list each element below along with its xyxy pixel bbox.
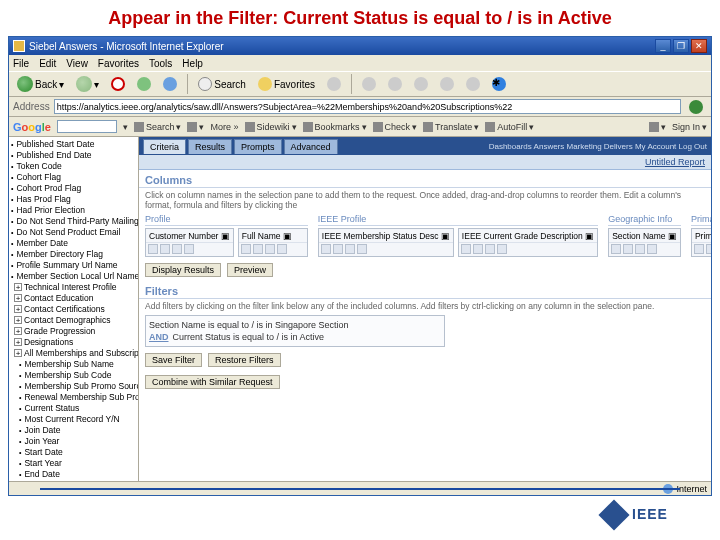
tree-field[interactable]: Member Directory Flag bbox=[11, 249, 136, 260]
menu-help[interactable]: Help bbox=[182, 58, 203, 69]
tab-advanced[interactable]: Advanced bbox=[284, 139, 338, 154]
column-action-icon[interactable] bbox=[277, 244, 287, 254]
display-results-button[interactable]: Display Results bbox=[145, 263, 221, 277]
history-button[interactable] bbox=[323, 75, 345, 93]
tree-folder[interactable]: +Contact Demographics bbox=[11, 315, 136, 326]
filter-and-operator[interactable]: AND bbox=[149, 332, 169, 342]
top-nav-links[interactable]: Dashboards Answers Marketing Delivers My… bbox=[489, 142, 707, 151]
tab-criteria[interactable]: Criteria bbox=[143, 139, 186, 154]
save-filter-button[interactable]: Save Filter bbox=[145, 353, 202, 367]
filter-line-2[interactable]: ANDCurrent Status is equal to / is in Ac… bbox=[149, 331, 441, 343]
column-action-icon[interactable] bbox=[253, 244, 263, 254]
column-action-icon[interactable] bbox=[172, 244, 182, 254]
column-action-icon[interactable] bbox=[611, 244, 621, 254]
window-maximize-button[interactable]: ❐ bbox=[673, 39, 689, 53]
tree-field[interactable]: Join Date bbox=[11, 425, 136, 436]
menu-favorites[interactable]: Favorites bbox=[98, 58, 139, 69]
column-item[interactable]: IEEE Membership Status Desc ▣ bbox=[318, 228, 454, 257]
column-action-icon[interactable] bbox=[485, 244, 495, 254]
tree-field[interactable]: Profile Summary Url Name bbox=[11, 260, 136, 271]
google-autofill-item[interactable]: AutoFill▾ bbox=[485, 122, 534, 132]
tree-field[interactable]: Membership Sub Code bbox=[11, 370, 136, 381]
stop-button[interactable] bbox=[107, 75, 129, 93]
tree-field[interactable]: Cohort Flag bbox=[11, 172, 136, 183]
tree-field[interactable]: Published End Date bbox=[11, 150, 136, 161]
tree-field[interactable]: Membership Sub Name bbox=[11, 359, 136, 370]
home-button[interactable] bbox=[159, 75, 181, 93]
column-action-icon[interactable] bbox=[357, 244, 367, 254]
tree-field[interactable]: Start Date bbox=[11, 447, 136, 458]
column-action-icon[interactable] bbox=[473, 244, 483, 254]
google-settings-item[interactable]: ▾ bbox=[649, 122, 666, 132]
tree-field[interactable]: Renewal Membership Sub Product Code bbox=[11, 392, 136, 403]
column-action-icon[interactable] bbox=[333, 244, 343, 254]
google-check-item[interactable]: Check▾ bbox=[373, 122, 418, 132]
forward-button[interactable]: ▾ bbox=[72, 74, 103, 94]
column-action-icon[interactable] bbox=[265, 244, 275, 254]
column-action-icon[interactable] bbox=[241, 244, 251, 254]
tree-folder[interactable]: +All Memberships and Subscriptions bbox=[11, 348, 136, 359]
go-button[interactable] bbox=[685, 98, 707, 116]
tree-folder[interactable]: +Grade Progression bbox=[11, 326, 136, 337]
messenger-button[interactable] bbox=[436, 75, 458, 93]
tree-field[interactable]: End Date bbox=[11, 469, 136, 480]
preview-button[interactable]: Preview bbox=[227, 263, 273, 277]
tree-field[interactable]: Start Year bbox=[11, 458, 136, 469]
menu-tools[interactable]: Tools bbox=[149, 58, 172, 69]
menu-edit[interactable]: Edit bbox=[39, 58, 56, 69]
tree-field[interactable]: Cohort Prod Flag bbox=[11, 183, 136, 194]
tree-field[interactable]: Token Code bbox=[11, 161, 136, 172]
window-close-button[interactable]: ✕ bbox=[691, 39, 707, 53]
column-action-icon[interactable] bbox=[497, 244, 507, 254]
menu-file[interactable]: File bbox=[13, 58, 29, 69]
tree-field[interactable]: Membership Sub Promo Source bbox=[11, 381, 136, 392]
column-item[interactable]: IEEE Current Grade Description ▣ bbox=[458, 228, 598, 257]
tree-field[interactable]: Member Section Local Url Name bbox=[11, 271, 136, 282]
column-action-icon[interactable] bbox=[184, 244, 194, 254]
column-action-icon[interactable] bbox=[706, 244, 711, 254]
google-search-input[interactable] bbox=[57, 120, 117, 133]
column-action-icon[interactable] bbox=[694, 244, 704, 254]
mail-button[interactable] bbox=[358, 75, 380, 93]
search-button[interactable]: Search bbox=[194, 75, 250, 93]
tree-field[interactable]: Do Not Send Third-Party Mailing Flag bbox=[11, 216, 136, 227]
google-bookmarks-item[interactable]: Bookmarks▾ bbox=[303, 122, 367, 132]
tree-field[interactable]: Has Prod Flag bbox=[11, 194, 136, 205]
tree-folder[interactable]: +Technical Interest Profile bbox=[11, 282, 136, 293]
edit-button[interactable] bbox=[410, 75, 432, 93]
column-item[interactable]: Full Name ▣ bbox=[238, 228, 308, 257]
back-button[interactable]: Back▾ bbox=[13, 74, 68, 94]
google-translate-item[interactable]: Translate▾ bbox=[423, 122, 479, 132]
favorites-button[interactable]: Favorites bbox=[254, 75, 319, 93]
tree-folder[interactable]: +Contact Education bbox=[11, 293, 136, 304]
column-action-icon[interactable] bbox=[623, 244, 633, 254]
google-signin-item[interactable]: Sign In▾ bbox=[672, 122, 707, 132]
print-button[interactable] bbox=[384, 75, 406, 93]
restore-filters-button[interactable]: Restore Filters bbox=[208, 353, 281, 367]
tab-results[interactable]: Results bbox=[188, 139, 232, 154]
tab-prompts[interactable]: Prompts bbox=[234, 139, 282, 154]
menu-view[interactable]: View bbox=[66, 58, 88, 69]
bluetooth-button[interactable]: ✱ bbox=[488, 75, 510, 93]
tree-field[interactable]: Current Status bbox=[11, 403, 136, 414]
column-action-icon[interactable] bbox=[461, 244, 471, 254]
tree-field[interactable]: Do Not Send Product Email bbox=[11, 227, 136, 238]
column-action-icon[interactable] bbox=[647, 244, 657, 254]
column-item[interactable]: Section Name ▣ bbox=[608, 228, 681, 257]
tree-field[interactable]: Had Prior Election bbox=[11, 205, 136, 216]
filter-line-1[interactable]: Section Name is equal to / is in Singapo… bbox=[149, 319, 441, 331]
address-input[interactable] bbox=[54, 99, 681, 114]
refresh-button[interactable] bbox=[133, 75, 155, 93]
column-item[interactable]: Primary Company Or Affil ▣ bbox=[691, 228, 711, 257]
google-logo[interactable]: Google bbox=[13, 121, 51, 133]
tree-field[interactable]: Member Date bbox=[11, 238, 136, 249]
column-action-icon[interactable] bbox=[321, 244, 331, 254]
google-share-item[interactable]: ▾ bbox=[187, 122, 204, 132]
tree-folder[interactable]: +Designations bbox=[11, 337, 136, 348]
column-action-icon[interactable] bbox=[148, 244, 158, 254]
tree-field[interactable]: Most Current Record Y/N bbox=[11, 414, 136, 425]
column-action-icon[interactable] bbox=[345, 244, 355, 254]
column-item[interactable]: Customer Number ▣ bbox=[145, 228, 234, 257]
research-button[interactable] bbox=[462, 75, 484, 93]
tree-field[interactable]: Published Start Date bbox=[11, 139, 136, 150]
